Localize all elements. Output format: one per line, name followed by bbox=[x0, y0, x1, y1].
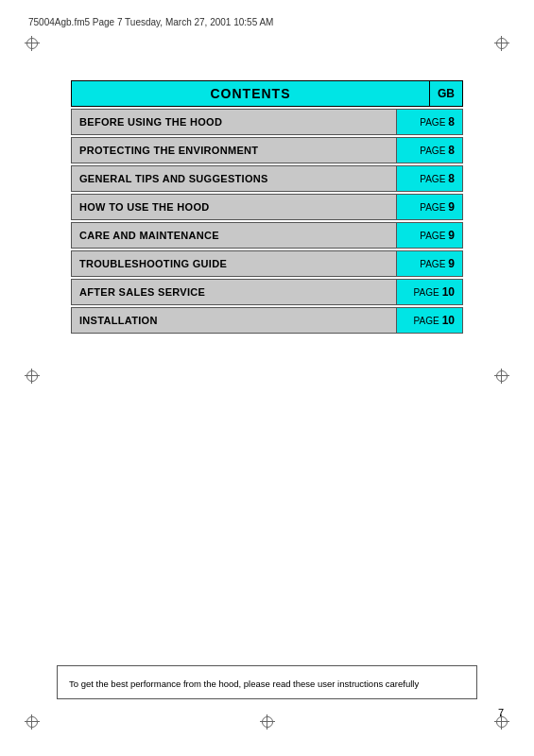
toc-label: PROTECTING THE ENVIRONMENT bbox=[72, 138, 396, 163]
toc-page-prefix: PAGE bbox=[420, 259, 445, 269]
reg-mark-bottom-left bbox=[25, 714, 40, 730]
toc-label: HOW TO USE THE HOOD bbox=[72, 195, 396, 219]
page: 75004Agb.fm5 Page 7 Tuesday, March 27, 2… bbox=[0, 0, 534, 756]
toc-page-number: 10 bbox=[442, 285, 455, 299]
toc-page-prefix: PAGE bbox=[420, 202, 445, 213]
toc-container: BEFORE USING THE HOODPAGE8PROTECTING THE… bbox=[71, 109, 463, 334]
header-filename: 75004Agb.fm5 Page 7 Tuesday, March 27, 2… bbox=[28, 17, 273, 27]
toc-page: PAGE8 bbox=[396, 138, 462, 163]
toc-page: PAGE9 bbox=[396, 251, 462, 276]
toc-row: AFTER SALES SERVICEPAGE10 bbox=[71, 279, 463, 305]
toc-page-number: 9 bbox=[448, 229, 455, 242]
toc-label-text: BEFORE USING THE HOOD bbox=[79, 116, 222, 128]
toc-page-prefix: PAGE bbox=[420, 174, 445, 184]
toc-page-prefix: PAGE bbox=[414, 287, 439, 298]
toc-page: PAGE10 bbox=[396, 308, 462, 333]
toc-page: PAGE8 bbox=[396, 166, 462, 191]
toc-label: BEFORE USING THE HOOD bbox=[72, 110, 396, 134]
toc-label: AFTER SALES SERVICE bbox=[72, 280, 396, 304]
toc-row: HOW TO USE THE HOODPAGE9 bbox=[71, 194, 463, 220]
reg-mark-bottom-center bbox=[260, 714, 275, 730]
toc-row: INSTALLATIONPAGE10 bbox=[71, 307, 463, 334]
toc-label: CARE AND MAINTENANCE bbox=[72, 223, 396, 248]
toc-page-number: 8 bbox=[448, 144, 455, 157]
toc-label: TROUBLESHOOTING GUIDE bbox=[72, 251, 396, 276]
reg-mark-mid-left bbox=[25, 369, 40, 384]
reg-mark-top-right bbox=[494, 36, 509, 51]
toc-page-prefix: PAGE bbox=[420, 117, 445, 128]
toc-page-number: 9 bbox=[448, 200, 455, 214]
header-bar: 75004Agb.fm5 Page 7 Tuesday, March 27, 2… bbox=[28, 17, 506, 27]
toc-label-text: CARE AND MAINTENANCE bbox=[79, 230, 219, 241]
toc-page-prefix: PAGE bbox=[420, 231, 445, 241]
toc-page-prefix: PAGE bbox=[420, 146, 445, 156]
toc-label-text: TROUBLESHOOTING GUIDE bbox=[79, 258, 227, 269]
toc-label-text: PROTECTING THE ENVIRONMENT bbox=[79, 145, 258, 156]
toc-page-number: 9 bbox=[448, 257, 455, 270]
contents-gb-label: GB bbox=[438, 87, 455, 100]
toc-page-number: 10 bbox=[442, 314, 455, 327]
toc-page-number: 8 bbox=[448, 115, 455, 129]
toc-row: PROTECTING THE ENVIRONMENTPAGE8 bbox=[71, 137, 463, 163]
toc-page: PAGE10 bbox=[396, 280, 462, 304]
toc-row: BEFORE USING THE HOODPAGE8 bbox=[71, 109, 463, 135]
contents-gb-box: GB bbox=[430, 80, 463, 107]
contents-title-box: CONTENTS bbox=[71, 80, 430, 107]
reg-mark-bottom-right bbox=[494, 714, 509, 730]
toc-page-number: 8 bbox=[448, 172, 455, 185]
toc-label-text: AFTER SALES SERVICE bbox=[79, 286, 205, 298]
toc-label: INSTALLATION bbox=[72, 308, 396, 333]
toc-row: CARE AND MAINTENANCEPAGE9 bbox=[71, 222, 463, 249]
toc-row: TROUBLESHOOTING GUIDEPAGE9 bbox=[71, 250, 463, 277]
contents-header: CONTENTS GB bbox=[71, 80, 463, 107]
toc-label-text: INSTALLATION bbox=[79, 315, 158, 326]
toc-page: PAGE9 bbox=[396, 195, 462, 219]
content-area: CONTENTS GB BEFORE USING THE HOODPAGE8PR… bbox=[71, 80, 463, 335]
reg-mark-top-left bbox=[25, 36, 40, 51]
toc-label-text: GENERAL TIPS AND SUGGESTIONS bbox=[79, 173, 268, 184]
toc-page: PAGE8 bbox=[396, 110, 462, 134]
reg-mark-mid-right bbox=[494, 369, 509, 384]
toc-label-text: HOW TO USE THE HOOD bbox=[79, 201, 210, 213]
toc-row: GENERAL TIPS AND SUGGESTIONSPAGE8 bbox=[71, 165, 463, 192]
toc-label: GENERAL TIPS AND SUGGESTIONS bbox=[72, 166, 396, 191]
toc-page: PAGE9 bbox=[396, 223, 462, 248]
bottom-note: To get the best performance from the hoo… bbox=[57, 665, 477, 699]
bottom-note-text: To get the best performance from the hoo… bbox=[69, 679, 419, 689]
toc-page-prefix: PAGE bbox=[414, 316, 439, 326]
contents-title: CONTENTS bbox=[211, 86, 291, 101]
